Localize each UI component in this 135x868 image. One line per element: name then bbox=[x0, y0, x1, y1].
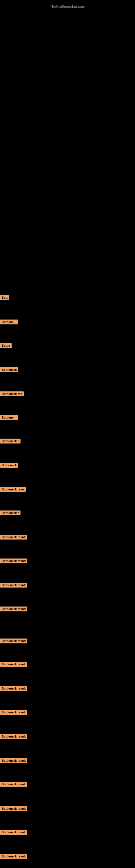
badge-row-7: Bottleneck r bbox=[0, 439, 20, 444]
badge-row-1: Bott bbox=[0, 295, 9, 301]
badge-row-19: Bottleneck result bbox=[0, 734, 27, 740]
bottleneck-result-badge[interactable]: Bottleneck result bbox=[0, 662, 27, 667]
badge-row-17: Bottleneck result bbox=[0, 686, 27, 692]
badge-row-5: Bottleneck res bbox=[0, 392, 24, 397]
badge-row-8: Bottleneck bbox=[0, 463, 18, 469]
badge-row-2: Bottleneck bbox=[0, 319, 18, 326]
bottleneck-result-badge[interactable]: Bottleneck result bbox=[0, 806, 27, 811]
badge-row-14: Bottleneck result bbox=[0, 607, 27, 613]
badge-row-24: Bottleneck result bbox=[0, 854, 27, 860]
bottleneck-result-badge[interactable]: Bottleneck result bbox=[0, 734, 27, 739]
badge-row-4: Bottleneck bbox=[0, 367, 18, 373]
bottleneck-result-badge[interactable]: Bottleneck r bbox=[0, 510, 20, 516]
bottleneck-result-badge[interactable]: Bottleneck result bbox=[0, 710, 27, 715]
bottleneck-result-badge[interactable]: Bottleneck r bbox=[0, 439, 20, 443]
page-container: TheBottlenecker.com BottBottleneckBottle… bbox=[0, 0, 135, 868]
badge-row-3: Bottle bbox=[0, 343, 12, 349]
bottleneck-result-badge[interactable]: Bottleneck resu bbox=[0, 487, 26, 492]
badge-row-21: Bottleneck result bbox=[0, 782, 27, 788]
bottleneck-result-badge[interactable]: Bottleneck bbox=[0, 415, 18, 420]
bottleneck-result-badge[interactable]: Bottleneck bbox=[0, 463, 18, 468]
bottleneck-result-badge[interactable]: Bottleneck result bbox=[0, 758, 27, 763]
badge-row-22: Bottleneck result bbox=[0, 806, 27, 812]
bottleneck-result-badge[interactable]: Bottleneck result bbox=[0, 607, 27, 611]
site-title: TheBottlenecker.com bbox=[0, 2, 135, 11]
bottleneck-result-badge[interactable]: Bottleneck result bbox=[0, 686, 27, 691]
badge-row-16: Bottleneck result bbox=[0, 662, 27, 668]
bottleneck-result-badge[interactable]: Bottleneck result bbox=[0, 639, 27, 643]
badge-row-18: Bottleneck result bbox=[0, 710, 27, 716]
bottleneck-result-badge[interactable]: Bottleneck result bbox=[0, 558, 27, 563]
badge-row-9: Bottleneck resu bbox=[0, 487, 26, 493]
badge-row-23: Bottleneck result bbox=[0, 830, 27, 836]
bottleneck-result-badge[interactable]: Bottleneck result bbox=[0, 583, 27, 588]
bottleneck-result-badge[interactable]: Bottleneck bbox=[0, 367, 18, 372]
badge-row-13: Bottleneck result bbox=[0, 583, 27, 589]
badge-row-10: Bottleneck r bbox=[0, 510, 20, 517]
bottleneck-result-badge[interactable]: Bottleneck result bbox=[0, 535, 27, 539]
bottleneck-result-badge[interactable]: Bottleneck bbox=[0, 319, 18, 324]
badge-row-20: Bottleneck result bbox=[0, 758, 27, 764]
badge-row-15: Bottleneck result bbox=[0, 639, 27, 645]
bottleneck-result-badge[interactable]: Bott bbox=[0, 295, 9, 300]
badge-row-6: Bottleneck bbox=[0, 415, 18, 421]
bottleneck-result-badge[interactable]: Bottleneck result bbox=[0, 830, 27, 835]
bottleneck-result-badge[interactable]: Bottleneck res bbox=[0, 392, 24, 396]
badge-row-12: Bottleneck result bbox=[0, 558, 27, 564]
badge-row-11: Bottleneck result bbox=[0, 535, 27, 540]
bottleneck-result-badge[interactable]: Bottleneck result bbox=[0, 854, 27, 859]
bottleneck-result-badge[interactable]: Bottle bbox=[0, 343, 12, 348]
bottleneck-result-badge[interactable]: Bottleneck result bbox=[0, 782, 27, 786]
